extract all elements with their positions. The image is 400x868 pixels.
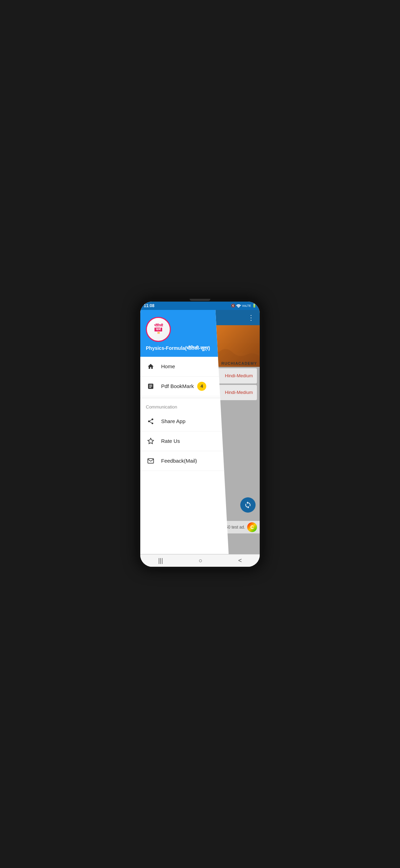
phone-frame: 11:08 🔇 VoLTE 🔋 ⋮ HAN <box>138 299 262 570</box>
nav-item-home[interactable]: Home <box>140 357 229 377</box>
drawer-header: भौतिकी फार्म ला Physics-Formula(भौतिकी-स… <box>140 310 229 357</box>
phone-inner: 11:08 🔇 VoLTE 🔋 ⋮ HAN <box>140 302 260 567</box>
bookmark-label: Pdf BookMark <box>161 383 194 389</box>
back-button[interactable]: < <box>233 556 248 566</box>
status-bar: 11:08 🔇 VoLTE 🔋 <box>140 302 260 310</box>
recents-icon: ||| <box>158 557 163 564</box>
logo-line1: भौतिकी <box>154 323 163 328</box>
home-label: Home <box>161 363 175 369</box>
wifi-icon <box>236 303 241 308</box>
mute-icon: 🔇 <box>231 304 235 307</box>
status-icons: 🔇 VoLTE 🔋 <box>231 303 256 308</box>
mail-icon <box>146 456 156 466</box>
nav-item-feedback[interactable]: Feedback(Mail) <box>140 451 229 471</box>
battery-icon: 🔋 <box>252 304 256 307</box>
notch <box>190 299 210 301</box>
signal-icon: VoLTE <box>242 304 251 307</box>
star-icon <box>146 436 156 446</box>
logo-line3: ला <box>157 331 160 335</box>
academy-text: RUCHIACADEMY <box>222 361 257 365</box>
recents-button[interactable]: ||| <box>152 556 168 566</box>
home-circle-icon: ○ <box>199 557 202 564</box>
nav-item-bookmark[interactable]: Pdf BookMark 4 <box>140 377 229 396</box>
share-icon <box>146 416 156 426</box>
home-button[interactable]: ○ <box>193 556 208 566</box>
navigation-drawer: भौतिकी फार्म ला Physics-Formula(भौतिकी-स… <box>140 310 229 554</box>
drawer-nav: Home Pdf BookMark 4 Communication <box>140 357 229 554</box>
ad-logo: C <box>247 522 257 532</box>
nav-item-rate[interactable]: Rate Us <box>140 431 229 451</box>
logo-line2: फार्म <box>155 328 162 331</box>
bookmark-badge: 4 <box>197 382 206 391</box>
divider <box>140 398 229 398</box>
app-logo: भौतिकी फार्म ला <box>146 317 171 342</box>
status-time: 11:08 <box>144 303 155 308</box>
list-item-2-label: Hindi-Medium <box>225 390 253 395</box>
section-communication-label: Communication <box>140 399 229 412</box>
nav-item-share[interactable]: Share App <box>140 412 229 431</box>
ad-text: 50 test ad. <box>226 525 245 530</box>
logo-inner: भौतिकी फार्म ला <box>154 323 163 335</box>
feedback-label: Feedback(Mail) <box>161 458 197 464</box>
home-icon <box>146 362 156 371</box>
rate-label: Rate Us <box>161 438 180 444</box>
app-title: Physics-Formula(भौतिकी-सूत्र) <box>146 345 210 351</box>
fab-button[interactable] <box>240 497 256 513</box>
share-label: Share App <box>161 418 185 424</box>
back-icon: < <box>238 557 242 564</box>
more-options-icon[interactable]: ⋮ <box>248 313 255 322</box>
list-item-1-label: Hindi-Medium <box>225 373 253 378</box>
bookmark-icon <box>146 381 156 391</box>
bottom-navigation: ||| ○ < <box>140 554 260 567</box>
content-area: ⋮ HAN offline RUCHIACADEMY Hindi-Medium … <box>140 310 260 554</box>
